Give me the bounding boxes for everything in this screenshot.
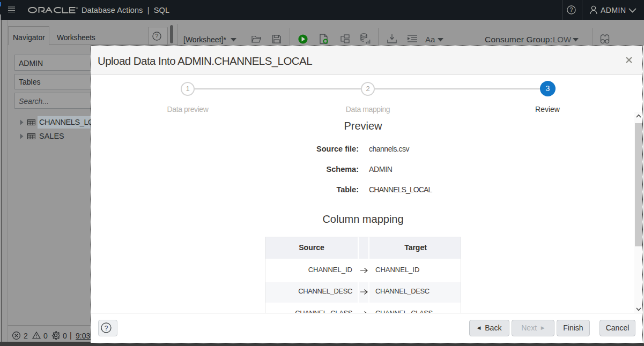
svg-text:?: ? bbox=[156, 33, 159, 39]
svg-text:?: ? bbox=[105, 325, 108, 332]
svg-text:?: ? bbox=[570, 6, 573, 13]
